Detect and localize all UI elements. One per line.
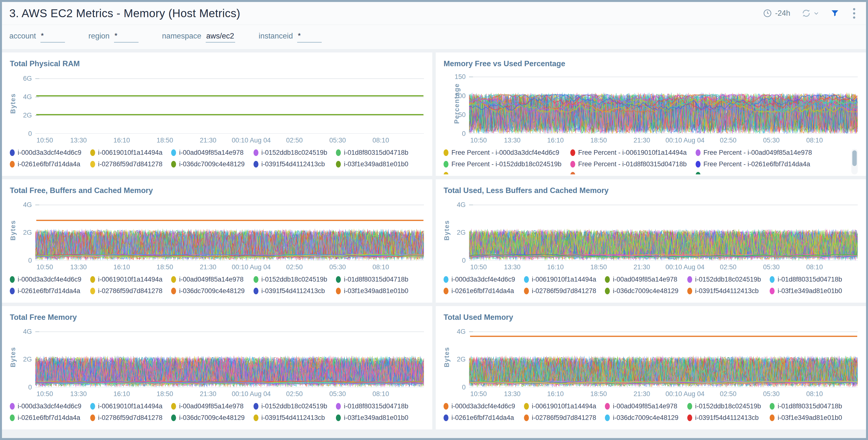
legend-item[interactable]: Free Percent - i-00619010f1a14494a xyxy=(570,149,687,156)
chart-canvas[interactable] xyxy=(469,200,858,261)
series-color-dot xyxy=(10,149,15,156)
legend-item[interactable]: i-00619010f1a14494a xyxy=(90,149,162,156)
legend-item[interactable]: i-00ad049f85a14e978 xyxy=(171,403,245,410)
legend-item[interactable]: i-00619010f1a14494a xyxy=(524,403,596,410)
legend-item[interactable]: i-02786f59d7d841278 xyxy=(524,414,596,421)
filter-value-input[interactable]: aws/ec2 xyxy=(206,32,235,43)
legend-item[interactable]: i-00619010f1a14494a xyxy=(524,276,596,283)
legend-item[interactable]: i-00ad049f85a14e978 xyxy=(605,276,678,283)
legend-item[interactable]: i-0261e6fbf7d14da4a xyxy=(443,414,515,421)
series-label: i-00619010f1a14494a xyxy=(532,276,596,283)
chart-canvas[interactable] xyxy=(35,327,424,387)
y-axis-tick: 4G xyxy=(23,201,32,208)
legend-item[interactable]: i-0261e6fbf7d14da4a xyxy=(10,287,82,295)
filter-value-input[interactable]: * xyxy=(297,32,322,43)
y-axis-tick: 0 xyxy=(462,257,466,264)
legend-item[interactable]: i-0152ddb18c024519b xyxy=(687,403,761,410)
series-label: i-03f1e349ad81e01b0 xyxy=(777,287,842,295)
filter-value-input[interactable]: * xyxy=(40,32,65,43)
x-axis-tick: 16:10 xyxy=(547,263,564,271)
legend-item[interactable]: i-03f1e349ad81e01b0 xyxy=(770,414,842,421)
legend-item[interactable]: i-01d8f80315d04718b xyxy=(336,276,408,283)
legend-item[interactable]: i-036dc7009c4e48129 xyxy=(171,160,245,168)
legend-item[interactable]: i-000d3a3dcf4e4d6c9 xyxy=(443,276,515,283)
series-color-dot xyxy=(524,288,529,294)
legend-item[interactable]: i-00619010f1a14494a xyxy=(90,276,162,283)
legend-item[interactable]: i-0391f54d4112413cb xyxy=(253,160,327,168)
panel-title: Total Free Memory xyxy=(10,313,424,322)
legend-item[interactable]: Free Percent - i-0261e6fbf7d14da4a xyxy=(695,160,812,168)
legend-item[interactable]: i-01d8f80315d04718b xyxy=(770,403,842,410)
filter-value-input[interactable]: * xyxy=(114,32,138,43)
legend-list: Free Percent - i-000d3a3dcf4e4d6c9Free P… xyxy=(443,149,858,174)
legend-item[interactable]: i-036dc7009c4e48129 xyxy=(605,414,678,421)
legend-item[interactable]: i-0391f54d4112413cb xyxy=(253,414,327,421)
x-axis-tick: 16:10 xyxy=(113,263,130,271)
y-axis-tick: 0 xyxy=(462,384,466,391)
y-axis-tick: 4G xyxy=(23,328,32,335)
legend-item[interactable]: i-0391f54d4112413cb xyxy=(687,287,761,295)
legend-item[interactable]: i-0261e6fbf7d14da4a xyxy=(10,414,82,421)
legend-item[interactable]: i-036dc7009c4e48129 xyxy=(171,287,245,295)
legend-item[interactable]: Free Percent - i-01d8f80315d04718b xyxy=(570,160,687,168)
plot-region[interactable] xyxy=(469,200,858,261)
chart-canvas[interactable] xyxy=(469,327,858,387)
series-label: i-01d8f80315d04718b xyxy=(777,403,842,410)
legend-item[interactable]: i-03f1e349ad81e01b0 xyxy=(336,160,408,168)
legend-item[interactable]: i-0391f54d4112413cb xyxy=(687,414,761,421)
legend-item[interactable]: i-02786f59d7d841278 xyxy=(524,287,596,295)
legend-item[interactable]: i-02786f59d7d841278 xyxy=(90,287,162,295)
legend-item[interactable]: i-02786f59d7d841278 xyxy=(90,160,162,168)
legend-item[interactable]: i-0152ddb18c024519b xyxy=(253,276,327,283)
legend-item[interactable]: i-036dc7009c4e48129 xyxy=(171,414,245,421)
legend-item[interactable]: Free Percent - i-000d3a3dcf4e4d6c9 xyxy=(443,149,561,156)
legend-item[interactable] xyxy=(570,172,687,174)
legend-item[interactable]: i-036dc7009c4e48129 xyxy=(605,287,678,295)
legend-item[interactable]: i-000d3a3dcf4e4d6c9 xyxy=(10,403,82,410)
chart-canvas[interactable] xyxy=(469,73,858,134)
plot-region[interactable] xyxy=(469,327,858,387)
more-menu-button[interactable] xyxy=(850,7,858,20)
plot-region[interactable] xyxy=(35,73,424,134)
legend-item[interactable]: i-01d8f80315d04718b xyxy=(336,403,408,410)
series-color-dot xyxy=(253,276,258,283)
legend-item[interactable]: i-00ad049f85a14e978 xyxy=(171,276,245,283)
legend-item[interactable]: i-00ad049f85a14e978 xyxy=(171,149,245,156)
y-axis-label: Bytes xyxy=(443,347,451,368)
legend-item[interactable] xyxy=(443,172,561,174)
legend-item[interactable]: i-000d3a3dcf4e4d6c9 xyxy=(10,149,82,156)
series-label: i-036dc7009c4e48129 xyxy=(613,414,678,421)
legend-item[interactable]: i-0261e6fbf7d14da4a xyxy=(10,160,82,168)
plot-region[interactable] xyxy=(35,327,424,387)
legend-item[interactable] xyxy=(695,172,812,174)
legend-item[interactable]: i-000d3a3dcf4e4d6c9 xyxy=(10,276,82,283)
chart-canvas[interactable] xyxy=(35,73,424,134)
legend-item[interactable]: Free Percent - i-00ad049f85a14e978 xyxy=(695,149,812,156)
legend-item[interactable]: i-02786f59d7d841278 xyxy=(90,414,162,421)
legend-item[interactable]: Free Percent - i-0152ddb18c024519b xyxy=(443,160,561,168)
time-range-control[interactable]: -24h xyxy=(763,9,790,18)
legend-item[interactable]: i-0261e6fbf7d14da4a xyxy=(443,287,515,295)
legend-item[interactable]: i-03f1e349ad81e01b0 xyxy=(336,287,408,295)
filter-toggle[interactable] xyxy=(831,9,839,18)
legend-item[interactable]: i-000d3a3dcf4e4d6c9 xyxy=(443,403,515,410)
chart-area: Bytes02G4G xyxy=(9,327,424,387)
plot-region[interactable] xyxy=(469,73,858,134)
x-axis-tick: 08:10 xyxy=(372,390,389,398)
legend-item[interactable]: i-00619010f1a14494a xyxy=(90,403,162,410)
legend-item[interactable]: i-0152ddb18c024519b xyxy=(253,403,327,410)
refresh-control[interactable] xyxy=(802,8,819,18)
series-label: i-0152ddb18c024519b xyxy=(261,149,327,156)
legend-item[interactable]: i-03f1e349ad81e01b0 xyxy=(336,414,408,421)
legend-item[interactable]: i-01d8f80315d04718b xyxy=(336,149,408,156)
legend-item[interactable]: i-0152ddb18c024519b xyxy=(687,276,761,283)
legend-scrollbar-thumb[interactable] xyxy=(852,150,857,166)
legend-item[interactable]: i-00ad049f85a14e978 xyxy=(605,403,678,410)
plot-region[interactable] xyxy=(35,200,424,261)
chart-canvas[interactable] xyxy=(35,200,424,261)
legend-item[interactable]: i-01d8f80315d04718b xyxy=(770,276,842,283)
legend-item[interactable]: i-0152ddb18c024519b xyxy=(253,149,327,156)
legend-item[interactable]: i-03f1e349ad81e01b0 xyxy=(770,287,842,295)
legend-item[interactable]: i-0391f54d4112413cb xyxy=(253,287,327,295)
legend-scrollbar[interactable] xyxy=(851,149,858,174)
